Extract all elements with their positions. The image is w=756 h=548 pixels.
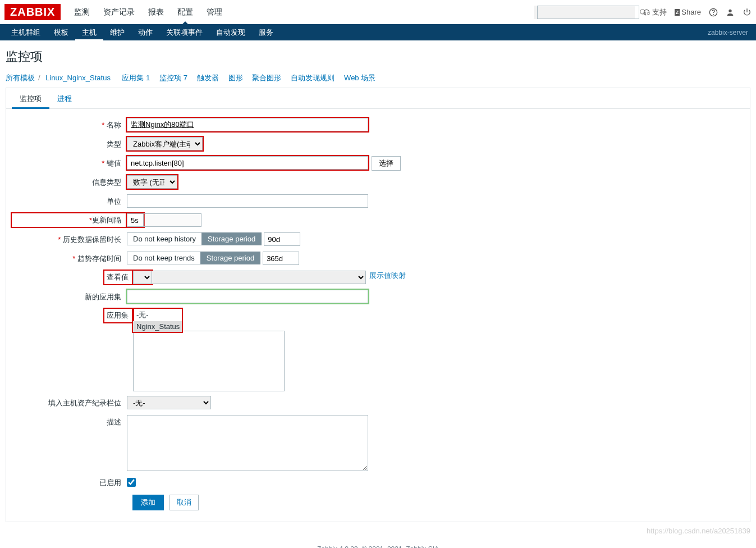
description-textarea[interactable] [127,415,368,471]
bc-web[interactable]: Web 场景 [344,74,375,82]
history-toggle: Do not keep history Storage period [127,232,262,245]
bc-triggers[interactable]: 触发器 [197,74,219,82]
svg-point-3 [713,14,714,15]
trends-storage[interactable]: Storage period [200,252,260,264]
type-select[interactable]: Zabbix客户端(主动式) [127,137,203,150]
label-applications: 应用集 [107,310,129,321]
share-label: Share [681,8,701,16]
tab-process[interactable]: 进程 [49,88,80,108]
subnav-discovery[interactable]: 自动发现 [209,24,252,41]
label-enabled: 已启用 [12,476,127,488]
user-icon[interactable] [726,8,735,17]
update-interval-input[interactable] [127,213,144,227]
inventory-select[interactable]: -无- [127,396,211,409]
history-storage[interactable]: Storage period [201,232,262,245]
show-value-select[interactable] [152,271,366,284]
new-app-input[interactable] [127,290,368,303]
logo[interactable]: ZABBIX [4,4,61,20]
sub-nav: 主机群组 模板 主机 维护 动作 关联项事件 自动发现 服务 zabbix-se… [0,24,756,40]
nav-monitoring[interactable]: 监测 [67,1,97,24]
enabled-checkbox[interactable] [127,478,136,487]
subnav-hosts[interactable]: 主机 [75,24,103,41]
breadcrumb: 所有模板/ Linux_Nginx_Status 应用集 1 监控项 7 触发器… [6,73,750,83]
applications-wrap: -无- Nginx_Status [133,309,285,391]
form-body: 名称 类型 Zabbix客户端(主动式) 键值 选择 信息类型 数字 (无正负)… [6,109,750,522]
bc-applications[interactable]: 应用集 1 [122,74,150,82]
key-input[interactable] [127,156,368,170]
info-type-select[interactable]: 数字 (无正负) [127,175,177,189]
name-input[interactable] [127,118,368,131]
share-icon: Z [675,9,680,16]
search-box[interactable] [534,6,635,19]
trends-toggle: Do not keep trends Storage period [127,252,260,264]
applications-listbox[interactable] [133,331,285,391]
show-value-select-hl[interactable]: 不变 [133,271,152,284]
svg-point-4 [728,9,731,12]
bc-items[interactable]: 监控项 7 [159,74,187,82]
update-interval-ext[interactable] [144,213,201,227]
subnav-services[interactable]: 服务 [252,24,280,41]
subnav-correlation[interactable]: 关联项事件 [159,24,209,41]
power-icon[interactable] [743,8,752,17]
label-history: 历史数据保留时长 [58,235,121,244]
history-value-input[interactable] [264,232,300,246]
units-input[interactable] [127,194,368,208]
nav-administration[interactable]: 管理 [200,1,229,24]
topbar-right: 支持 Z Share [534,6,752,19]
page-title: 监控项 [6,48,750,65]
bc-template[interactable]: Linux_Nginx_Status [45,74,111,82]
nav-configuration[interactable]: 配置 [171,1,200,24]
help-icon[interactable] [709,8,718,17]
subnav-hostgroups[interactable]: 主机群组 [4,24,47,41]
trends-nokeep[interactable]: Do not keep trends [127,252,200,264]
nav-inventory[interactable]: 资产记录 [97,1,141,24]
bc-discovery[interactable]: 自动发现规则 [291,74,335,82]
label-inventory: 填入主机资产纪录栏位 [12,396,127,408]
add-button[interactable]: 添加 [132,495,164,510]
label-name: 名称 [102,121,121,129]
cancel-button[interactable]: 取消 [169,495,199,510]
top-nav: 监测 资产记录 报表 配置 管理 [67,1,229,24]
label-show-value: 查看值 [107,272,129,282]
form-tabs: 监控项 进程 [6,88,750,109]
tab-item[interactable]: 监控项 [12,88,49,108]
watermark: https://blog.csdn.net/a20251839 [0,527,756,537]
subnav-templates[interactable]: 模板 [47,24,75,41]
subnav-actions[interactable]: 动作 [131,24,159,41]
label-update-interval: 更新间隔 [92,215,121,225]
subnav-maintenance[interactable]: 维护 [103,24,131,41]
trends-value-input[interactable] [263,252,299,265]
server-name: zabbix-server [708,29,752,36]
key-select-button[interactable]: 选择 [372,156,401,171]
support-link[interactable]: 支持 [643,7,667,17]
label-description: 描述 [12,415,127,427]
bc-all-templates[interactable]: 所有模板 [6,74,35,82]
bc-screens[interactable]: 聚合图形 [252,74,281,82]
bc-graphs[interactable]: 图形 [228,74,243,82]
form-container: 监控项 进程 名称 类型 Zabbix客户端(主动式) 键值 选择 信息类型 数… [6,88,750,522]
show-value-map-link[interactable]: 展示值映射 [369,271,406,281]
support-label: 支持 [652,7,667,17]
label-info-type: 信息类型 [12,175,127,188]
label-new-app: 新的应用集 [12,290,127,302]
label-units: 单位 [12,194,127,207]
app-option-nginx[interactable]: Nginx_Status [133,321,182,332]
topbar: ZABBIX 监测 资产记录 报表 配置 管理 支持 Z Share [0,0,756,24]
share-link[interactable]: Z Share [675,8,701,16]
search-input[interactable] [537,6,639,19]
history-nokeep[interactable]: Do not keep history [127,232,201,245]
label-trends: 趋势存储时间 [72,254,121,263]
label-key: 键值 [102,159,121,167]
app-option-none[interactable]: -无- [133,309,182,321]
footer: Zabbix 4.0.29. © 2001–2021, Zabbix SIA [0,537,756,548]
nav-reports[interactable]: 报表 [141,1,171,24]
label-type: 类型 [12,137,127,149]
